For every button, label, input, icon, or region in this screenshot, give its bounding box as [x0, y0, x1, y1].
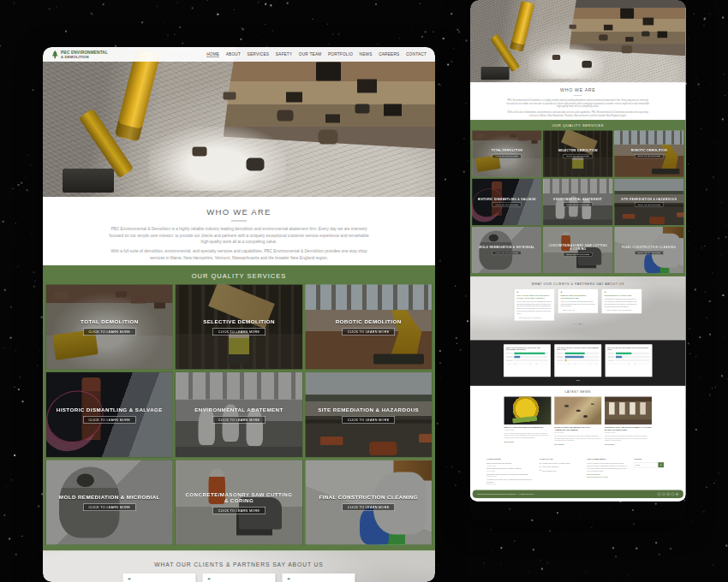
- service-card-historic-dismantling[interactable]: HISTORIC DISMANTLING & SALVAGE CLICK TO …: [46, 372, 173, 457]
- email-signup-input[interactable]: [634, 462, 658, 467]
- service-card-selective-demolition[interactable]: SELECTIVE DEMOLITION CLICK TO LEARN MORE: [176, 285, 302, 370]
- instagram-icon[interactable]: ◌: [671, 492, 675, 496]
- fullpage-screenshot-right: PBC ENVIRONMENTAL & DEMOLITION HOME ABOU…: [470, 0, 686, 520]
- nav-item-about[interactable]: ABOUT: [226, 51, 241, 57]
- service-title: HISTORIC DISMANTLING & SALVAGE: [57, 407, 163, 413]
- read-more-link[interactable]: READ MORE ›: [554, 443, 564, 445]
- quote-icon: ❝: [560, 292, 595, 294]
- carousel-dot[interactable]: [582, 324, 583, 324]
- footer-green-link[interactable]: Read Our Statement of Values: [587, 476, 628, 478]
- service-card-site-remediation[interactable]: SITE REMEDIATION & HAZARDOUS CLICK TO LE…: [614, 179, 683, 225]
- news-card[interactable]: SOUTH PORTLAND MIDDLE SCHOOL ASBESTOS AB…: [554, 397, 601, 447]
- nav-item-portfolio[interactable]: PORTFOLIO: [328, 51, 353, 57]
- quote-icon: ❝: [287, 578, 350, 582]
- carousel-dot[interactable]: [573, 324, 574, 324]
- learn-more-button[interactable]: CLICK TO LEARN MORE: [492, 203, 522, 207]
- learn-more-button[interactable]: CLICK TO LEARN MORE: [564, 203, 593, 207]
- service-card-robotic-demolition[interactable]: ROBOTIC DEMOLITION CLICK TO LEARN MORE: [305, 285, 432, 370]
- nav-item-contact[interactable]: CONTACT: [406, 51, 427, 57]
- service-card-mold-remediation[interactable]: MOLD REMEDIATION & MICROBIAL CLICK TO LE…: [46, 460, 173, 545]
- learn-more-button[interactable]: CLICK TO LEARN MORE: [635, 154, 664, 158]
- learn-more-button[interactable]: CLICK TO LEARN MORE: [492, 251, 522, 255]
- nav-item-safety[interactable]: SAFETY: [276, 51, 293, 57]
- service-card-environmental-abatement[interactable]: ENVIRONMENTAL ABATEMENT CLICK TO LEARN M…: [176, 372, 302, 457]
- learn-more-button[interactable]: CLICK TO LEARN MORE: [492, 154, 522, 158]
- nav-item-careers[interactable]: CAREERS: [379, 51, 399, 57]
- service-card-site-remediation[interactable]: SITE REMEDIATION & HAZARDOUS CLICK TO LE…: [305, 372, 432, 457]
- signup-submit-button[interactable]: ➤: [658, 462, 664, 467]
- service-card-total-demolition[interactable]: TOTAL DEMOLITION CLICK TO LEARN MORE: [472, 130, 541, 176]
- phone-text[interactable]: Call us: (207) 555-0119: [542, 466, 558, 468]
- carousel-dots: [470, 324, 686, 324]
- email-text[interactable]: info@pbcdemo.com: [542, 470, 556, 472]
- site-footer: LATEST NEWS PBC’s Launches New Site Rede…: [470, 454, 686, 502]
- nav-item-home[interactable]: HOME: [206, 51, 219, 57]
- carousel-dot[interactable]: [577, 324, 578, 324]
- learn-more-button[interactable]: CLICK TO LEARN MORE: [342, 416, 395, 424]
- bar-label: [557, 357, 564, 358]
- carousel-dot-active[interactable]: [580, 324, 581, 324]
- footer-news-link[interactable]: Preservation and Development of Iconic M…: [486, 473, 534, 476]
- service-card-environmental-abatement[interactable]: ENVIRONMENTAL ABATEMENT CLICK TO LEARN M…: [543, 179, 612, 225]
- learn-more-button[interactable]: CLICK TO LEARN MORE: [212, 416, 266, 424]
- learn-more-button[interactable]: CLICK TO LEARN MORE: [635, 203, 664, 207]
- learn-more-button[interactable]: CLICK TO LEARN MORE: [564, 252, 593, 257]
- service-card-robotic-demolition[interactable]: ROBOTIC DEMOLITION CLICK TO LEARN MORE: [614, 130, 683, 176]
- nav-item-our-team[interactable]: OUR TEAM: [299, 51, 322, 57]
- phone-icon: ✆: [540, 466, 541, 467]
- survey-bar: [616, 356, 622, 358]
- website-page: PBC ENVIRONMENTAL & DEMOLITION HOME ABOU…: [43, 47, 435, 582]
- twitter-icon[interactable]: t: [662, 492, 665, 496]
- testimonial-title: REMARKABLE TEAM WORK, PROFESSIONALISM: [560, 294, 595, 299]
- news-card[interactable]: PBC’S LAUNCHES NEW SITE REDESIGN August …: [504, 397, 552, 444]
- bar-label: [506, 357, 513, 358]
- survey-axis: [557, 364, 599, 365]
- service-card-concrete-sawing[interactable]: CONCRETE/MASONRY SAW CUTTING & CORING CL…: [543, 227, 612, 273]
- service-card-mold-remediation[interactable]: MOLD REMEDIATION & MICROBIAL CLICK TO LE…: [472, 227, 541, 273]
- service-card-final-cleaning[interactable]: FINAL CONSTRUCTION CLEANING CLICK TO LEA…: [614, 227, 683, 273]
- service-title: FINAL CONSTRUCTION CLEANING: [622, 246, 676, 249]
- dust-cloud: [528, 44, 604, 79]
- service-card-concrete-sawing[interactable]: CONCRETE/MASONRY SAW CUTTING & CORING CL…: [176, 460, 302, 545]
- youtube-icon[interactable]: ▶: [676, 492, 679, 496]
- read-more-link[interactable]: READ MORE ›: [504, 441, 515, 442]
- service-card-total-demolition[interactable]: TOTAL DEMOLITION CLICK TO LEARN MORE: [46, 285, 173, 370]
- testimonial-card: ❝ REMARKABLE TEAM WORK, PROFESSIONALISM …: [203, 573, 276, 582]
- facebook-icon[interactable]: f: [658, 492, 661, 496]
- learn-more-button[interactable]: CLICK TO LEARN MORE: [635, 251, 664, 255]
- survey-bar: [565, 359, 567, 361]
- dust-cloud: [149, 127, 286, 191]
- learn-more-button[interactable]: CLICK TO LEARN MORE: [342, 503, 395, 511]
- service-title: ENVIRONMENTAL ABATEMENT: [194, 407, 283, 413]
- carousel-dot[interactable]: [575, 324, 576, 324]
- footer-green-link[interactable]: Download Brochure: [587, 473, 628, 475]
- service-card-historic-dismantling[interactable]: HISTORIC DISMANTLING & SALVAGE CLICK TO …: [472, 179, 541, 225]
- footer-news-link[interactable]: In Portland, The Former Mercy Hospital R…: [486, 478, 534, 483]
- testimonial-quote: “Professionally managed from the get-go …: [605, 298, 640, 308]
- nav-item-news[interactable]: NEWS: [360, 51, 373, 57]
- survey-carousel-indicator[interactable]: [576, 380, 580, 381]
- learn-more-button[interactable]: CLICK TO LEARN MORE: [83, 416, 136, 424]
- learn-more-button[interactable]: CLICK TO LEARN MORE: [83, 328, 136, 336]
- learn-more-button[interactable]: CLICK TO LEARN MORE: [212, 507, 266, 514]
- service-card-selective-demolition[interactable]: SELECTIVE DEMOLITION CLICK TO LEARN MORE: [543, 130, 612, 176]
- service-title: TOTAL DEMOLITION: [491, 149, 522, 152]
- learn-more-button[interactable]: CLICK TO LEARN MORE: [212, 328, 266, 336]
- main-nav: HOME ABOUT SERVICES SAFETY OUR TEAM PORT…: [206, 51, 427, 57]
- company-logo[interactable]: PBC ENVIRONMENTAL & DEMOLITION: [51, 50, 108, 59]
- learn-more-button[interactable]: CLICK TO LEARN MORE: [83, 503, 136, 511]
- service-card-final-cleaning[interactable]: FINAL CONSTRUCTION CLEANING CLICK TO LEA…: [305, 460, 432, 545]
- learn-more-button[interactable]: CLICK TO LEARN MORE: [342, 328, 395, 336]
- service-overlay: SELECTIVE DEMOLITION CLICK TO LEARN MORE: [176, 285, 302, 370]
- survey-bar: [565, 356, 584, 358]
- learn-more-button[interactable]: CLICK TO LEARN MORE: [564, 154, 593, 158]
- nav-item-services[interactable]: SERVICES: [248, 51, 270, 57]
- signup-form: ➤: [634, 462, 669, 467]
- news-cards: PBC’S LAUNCHES NEW SITE REDESIGN August …: [470, 397, 686, 447]
- linkedin-icon[interactable]: in: [666, 492, 670, 496]
- news-card[interactable]: PRESERVATION AND DEVELOPMENT OF ICONIC M…: [605, 397, 652, 447]
- footer-column-title: SIGNUP: [634, 458, 669, 460]
- read-more-link[interactable]: READ MORE ›: [605, 443, 615, 445]
- service-title: CONCRETE/MASONRY SAW CUTTING & CORING: [547, 244, 609, 251]
- building-openings: [316, 62, 341, 81]
